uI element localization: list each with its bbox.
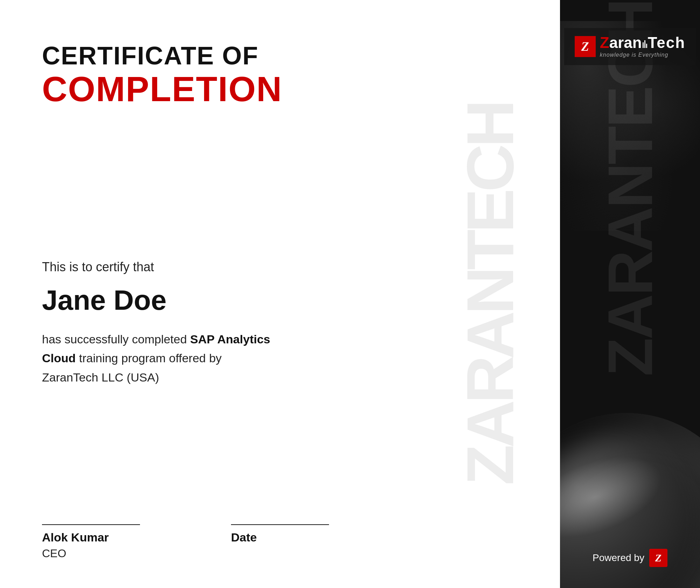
logo-box: Z Z aran Tech knowledge is Everything — [564, 28, 696, 65]
certify-text: This is to certify that — [42, 260, 385, 274]
powered-by-icon: Z — [649, 549, 667, 567]
date-block: Date — [231, 524, 329, 544]
cert-title-completion: COMPLETION — [42, 70, 385, 108]
watermark-text: ZARANTECH — [457, 103, 523, 485]
signature-block: Alok Kumar CEO — [42, 524, 140, 560]
logo-z-icon: Z — [575, 36, 596, 57]
date-label: Date — [231, 531, 329, 544]
certificate-container: CERTIFICATE OF COMPLETION This is to cer… — [0, 0, 700, 588]
date-line — [231, 524, 329, 525]
powered-by-text: Powered by — [593, 552, 644, 564]
cert-title-of: CERTIFICATE OF — [42, 42, 385, 70]
recipient-name: Jane Doe — [42, 285, 385, 316]
signature-line — [42, 524, 140, 525]
signer-name: Alok Kumar — [42, 531, 140, 544]
logo-brand-z: Z — [600, 35, 609, 50]
left-section: CERTIFICATE OF COMPLETION This is to cer… — [0, 0, 420, 588]
cert-footer: Alok Kumar CEO Date — [42, 503, 385, 560]
logo-brand-line: Z aran Tech — [600, 35, 685, 50]
cert-header: CERTIFICATE OF COMPLETION — [42, 42, 385, 108]
middle-section: ZARANTECH — [420, 0, 560, 588]
logo-brand-aran: aran — [609, 35, 642, 50]
logo-spikes — [643, 40, 647, 48]
logo-text-group: Z aran Tech knowledge is Everything — [600, 35, 685, 58]
logo-container: Z Z aran Tech knowledge is Everything — [560, 28, 700, 65]
right-section: Z Z aran Tech knowledge is Everything — [560, 0, 700, 588]
powered-by-section: Powered by Z — [560, 549, 700, 567]
completion-text: has successfully completed SAP Analytics… — [42, 330, 280, 387]
cert-body: This is to certify that Jane Doe has suc… — [42, 122, 385, 503]
signer-title: CEO — [42, 547, 140, 560]
logo-tagline: knowledge is Everything — [600, 52, 685, 58]
logo-brand-tech: Tech — [648, 35, 685, 50]
